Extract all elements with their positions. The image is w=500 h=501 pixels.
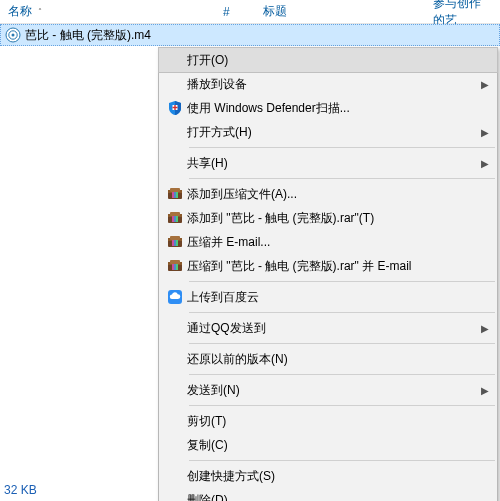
svg-rect-11 bbox=[176, 192, 178, 198]
winrar-icon bbox=[163, 186, 187, 202]
file-row[interactable]: 芭比 - 触电 (完整版).m4 bbox=[0, 24, 500, 46]
menu-shortcut-label: 创建快捷方式(S) bbox=[187, 468, 489, 485]
menu-share[interactable]: 共享(H) ▶ bbox=[159, 151, 497, 175]
submenu-arrow-icon: ▶ bbox=[481, 158, 489, 169]
menu-delete-label: 删除(D) bbox=[187, 492, 489, 502]
menu-rar-add-named[interactable]: 添加到 "芭比 - 触电 (完整版).rar"(T) bbox=[159, 206, 497, 230]
defender-shield-icon bbox=[163, 100, 187, 116]
status-size-label: 32 KB bbox=[4, 483, 37, 497]
column-header-title[interactable]: 标题 bbox=[255, 0, 425, 23]
context-menu: 打开(O) 播放到设备 ▶ 使用 Windows Defender扫描... 打… bbox=[158, 47, 498, 501]
menu-cast-to-device[interactable]: 播放到设备 ▶ bbox=[159, 72, 497, 96]
menu-open[interactable]: 打开(O) bbox=[159, 48, 497, 72]
file-list: 芭比 - 触电 (完整版).m4 bbox=[0, 24, 500, 46]
winrar-icon bbox=[163, 258, 187, 274]
menu-separator bbox=[189, 147, 495, 148]
menu-open-label: 打开(O) bbox=[187, 52, 489, 69]
svg-rect-28 bbox=[174, 264, 176, 270]
svg-rect-27 bbox=[172, 264, 174, 270]
submenu-arrow-icon: ▶ bbox=[481, 79, 489, 90]
submenu-arrow-icon: ▶ bbox=[481, 385, 489, 396]
menu-baidu-cloud[interactable]: 上传到百度云 bbox=[159, 285, 497, 309]
menu-rar-email-named[interactable]: 压缩到 "芭比 - 触电 (完整版).rar" 并 E-mail bbox=[159, 254, 497, 278]
svg-rect-29 bbox=[176, 264, 178, 270]
svg-rect-21 bbox=[172, 240, 174, 246]
svg-rect-16 bbox=[174, 216, 176, 222]
menu-separator bbox=[189, 178, 495, 179]
audio-file-icon bbox=[5, 27, 21, 43]
menu-open-with[interactable]: 打开方式(H) ▶ bbox=[159, 120, 497, 144]
file-name-label: 芭比 - 触电 (完整版).m4 bbox=[25, 27, 151, 44]
menu-separator bbox=[189, 374, 495, 375]
submenu-arrow-icon: ▶ bbox=[481, 323, 489, 334]
column-header-name[interactable]: 名称 ˄ bbox=[0, 0, 215, 23]
menu-separator bbox=[189, 343, 495, 344]
menu-copy-label: 复制(C) bbox=[187, 437, 489, 454]
svg-rect-9 bbox=[172, 192, 174, 198]
svg-rect-23 bbox=[176, 240, 178, 246]
menu-copy[interactable]: 复制(C) bbox=[159, 433, 497, 457]
menu-baidu-label: 上传到百度云 bbox=[187, 289, 489, 306]
menu-separator bbox=[189, 312, 495, 313]
column-header-row: 名称 ˄ # 标题 参与创作的艺 bbox=[0, 0, 500, 24]
menu-qq-send[interactable]: 通过QQ发送到 ▶ bbox=[159, 316, 497, 340]
menu-rar-add-named-label: 添加到 "芭比 - 触电 (完整版).rar"(T) bbox=[187, 210, 489, 227]
menu-cut[interactable]: 剪切(T) bbox=[159, 409, 497, 433]
svg-rect-17 bbox=[176, 216, 178, 222]
menu-rar-add[interactable]: 添加到压缩文件(A)... bbox=[159, 182, 497, 206]
menu-qq-label: 通过QQ发送到 bbox=[187, 320, 475, 337]
menu-restore-versions[interactable]: 还原以前的版本(N) bbox=[159, 347, 497, 371]
svg-rect-22 bbox=[174, 240, 176, 246]
menu-cut-label: 剪切(T) bbox=[187, 413, 489, 430]
menu-create-shortcut[interactable]: 创建快捷方式(S) bbox=[159, 464, 497, 488]
svg-rect-14 bbox=[170, 212, 180, 216]
menu-delete[interactable]: 删除(D) bbox=[159, 488, 497, 501]
menu-cast-label: 播放到设备 bbox=[187, 76, 475, 93]
column-header-artist[interactable]: 参与创作的艺 bbox=[425, 0, 500, 23]
menu-defender-scan[interactable]: 使用 Windows Defender扫描... bbox=[159, 96, 497, 120]
menu-rar-email[interactable]: 压缩并 E-mail... bbox=[159, 230, 497, 254]
column-header-title-label: 标题 bbox=[263, 3, 287, 20]
svg-rect-15 bbox=[172, 216, 174, 222]
winrar-icon bbox=[163, 210, 187, 226]
menu-rar-add-label: 添加到压缩文件(A)... bbox=[187, 186, 489, 203]
column-header-name-label: 名称 bbox=[8, 3, 32, 20]
menu-send-to-label: 发送到(N) bbox=[187, 382, 475, 399]
menu-restore-label: 还原以前的版本(N) bbox=[187, 351, 489, 368]
svg-rect-20 bbox=[170, 236, 180, 240]
menu-separator bbox=[189, 460, 495, 461]
status-bar: 32 KB bbox=[4, 483, 37, 497]
column-header-num-label: # bbox=[223, 5, 230, 19]
svg-rect-10 bbox=[174, 192, 176, 198]
menu-send-to[interactable]: 发送到(N) ▶ bbox=[159, 378, 497, 402]
menu-separator bbox=[189, 405, 495, 406]
winrar-icon bbox=[163, 234, 187, 250]
menu-rar-email-label: 压缩并 E-mail... bbox=[187, 234, 489, 251]
menu-separator bbox=[189, 281, 495, 282]
submenu-arrow-icon: ▶ bbox=[481, 127, 489, 138]
baidu-cloud-icon bbox=[163, 289, 187, 305]
menu-rar-email-named-label: 压缩到 "芭比 - 触电 (完整版).rar" 并 E-mail bbox=[187, 258, 489, 275]
svg-rect-5 bbox=[173, 107, 178, 108]
svg-rect-26 bbox=[170, 260, 180, 264]
svg-point-2 bbox=[12, 34, 15, 37]
menu-open-with-label: 打开方式(H) bbox=[187, 124, 475, 141]
svg-rect-8 bbox=[170, 188, 180, 192]
menu-defender-label: 使用 Windows Defender扫描... bbox=[187, 100, 489, 117]
menu-share-label: 共享(H) bbox=[187, 155, 475, 172]
column-header-num[interactable]: # bbox=[215, 0, 255, 23]
sort-ascending-icon: ˄ bbox=[38, 7, 42, 16]
